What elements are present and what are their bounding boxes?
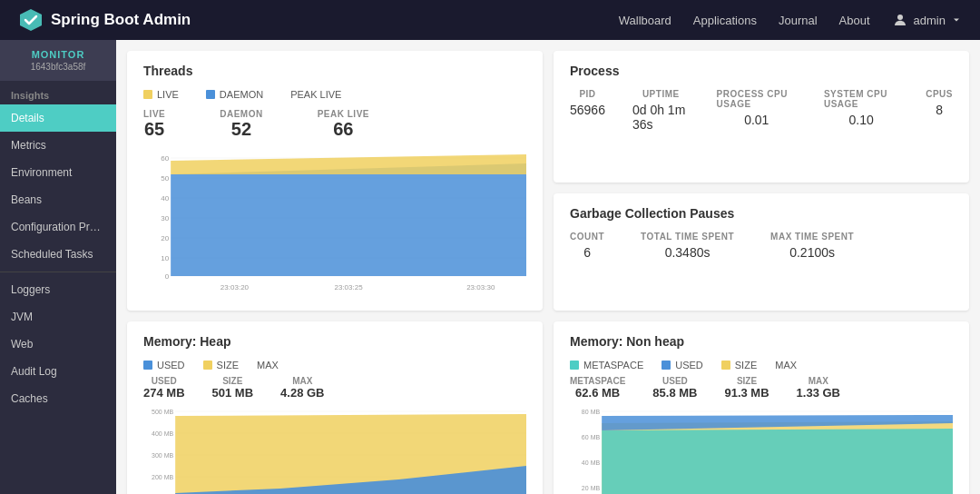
nonheap-used-legend: USED — [662, 360, 703, 370]
gc-count-value: 6 — [583, 245, 591, 260]
nav-applications[interactable]: Applications — [693, 14, 757, 27]
threads-title: Threads — [143, 64, 526, 78]
svg-text:80 MB: 80 MB — [582, 409, 601, 415]
svg-marker-0 — [20, 9, 42, 31]
gc-title: Garbage Collection Pauses — [570, 206, 953, 221]
heap-size-label: SIZE — [222, 376, 242, 386]
sidebar-item-config-props[interactable]: Configuration Properties — [0, 213, 116, 241]
heap-used-legend-label: USED — [157, 360, 185, 370]
thread-peak-col: PEAK LIVE 66 — [318, 109, 369, 140]
thread-peak-label: PEAK LIVE — [318, 109, 369, 119]
svg-text:20: 20 — [161, 234, 169, 242]
svg-text:23:03:20: 23:03:20 — [220, 283, 250, 291]
gc-card: Garbage Collection Pauses COUNT 6 TOTAL … — [554, 193, 969, 311]
cpus-label: CPUS — [926, 89, 953, 99]
sidebar-divider — [0, 272, 116, 272]
gc-table: COUNT 6 TOTAL TIME SPENT 0.3480s MAX TIM… — [570, 232, 953, 260]
process-pid-col: PID 56966 — [570, 89, 605, 132]
process-title: Process — [570, 64, 953, 78]
thread-live-value: 65 — [144, 119, 164, 140]
sidebar-item-environment[interactable]: Environment — [0, 159, 116, 186]
svg-text:40 MB: 40 MB — [582, 459, 601, 466]
svg-text:500 MB: 500 MB — [152, 409, 174, 415]
memory-nonheap-values: METASPACE 62.6 MB USED 85.8 MB SIZE 91.3… — [570, 376, 953, 400]
process-cpus-col: CPUS 8 — [926, 89, 953, 132]
sidebar-item-caches[interactable]: Caches — [0, 385, 116, 412]
svg-text:40: 40 — [161, 194, 169, 203]
sidebar-item-beans[interactable]: Beans — [0, 186, 116, 213]
heap-used-dot — [143, 361, 152, 370]
heap-max-legend: MAX — [257, 360, 279, 370]
thread-peak-value: 66 — [333, 119, 353, 140]
nonheap-size-legend-label: SIZE — [735, 360, 757, 370]
heap-chart: 500 MB 400 MB 300 MB 200 MB 100 MB 0 B 2… — [143, 407, 526, 494]
svg-text:200 MB: 200 MB — [152, 474, 174, 480]
heap-used-col: USED 274 MB — [143, 376, 185, 400]
svg-text:60 MB: 60 MB — [582, 434, 601, 440]
main-layout: MONITOR 1643bfc3a58f Insights Details Me… — [0, 40, 980, 494]
daemon-legend-label: DAEMON — [220, 89, 263, 100]
svg-marker-17 — [171, 154, 526, 174]
gc-total-value: 0.3480s — [665, 245, 710, 260]
sys-cpu-value: 0.10 — [848, 113, 873, 127]
peak-live-legend-label: PEAK LIVE — [290, 89, 341, 100]
app-title: Spring Boot Admin — [51, 11, 191, 29]
heap-max-col: MAX 4.28 GB — [280, 376, 324, 400]
nonheap-max-value: 1.33 GB — [797, 386, 840, 400]
threads-card: Threads LIVE DAEMON PEAK LIVE LIVE 65 — [127, 51, 543, 311]
nonheap-metaspace-value: 62.6 MB — [575, 386, 620, 400]
heap-size-dot — [203, 361, 212, 370]
uptime-value: 0d 0h 1m 36s — [632, 103, 690, 132]
live-legend-label: LIVE — [157, 89, 179, 100]
header: Spring Boot Admin Wallboard Applications… — [0, 0, 980, 40]
chevron-down-icon — [951, 15, 962, 25]
nonheap-max-legend-label: MAX — [775, 360, 797, 370]
process-sys-cpu-col: SYSTEM CPU USAGE 0.10 — [824, 89, 898, 132]
heap-max-label: MAX — [292, 376, 312, 386]
heap-used-value: 274 MB — [143, 386, 185, 400]
thread-daemon-col: DAEMON 52 — [220, 109, 262, 140]
nonheap-metaspace-dot — [570, 361, 579, 370]
threads-chart-wrapper: 60 50 40 30 20 10 0 23:03:20 23:03:25 23… — [143, 149, 526, 298]
heap-chart-wrapper: 500 MB 400 MB 300 MB 200 MB 100 MB 0 B 2… — [143, 407, 526, 494]
sidebar-item-metrics[interactable]: Metrics — [0, 132, 116, 159]
legend-live: LIVE — [143, 89, 179, 100]
sidebar-item-details[interactable]: Details — [0, 104, 116, 132]
nonheap-size-value: 91.3 MB — [724, 386, 769, 400]
sidebar-item-web[interactable]: Web — [0, 331, 116, 358]
memory-nonheap-legend: METASPACE USED SIZE MAX — [570, 360, 953, 370]
user-menu[interactable]: admin — [892, 12, 962, 28]
svg-text:20 MB: 20 MB — [582, 485, 601, 491]
sidebar-item-scheduled-tasks[interactable]: Scheduled Tasks — [0, 241, 116, 268]
sidebar-item-jvm[interactable]: JVM — [0, 303, 116, 331]
sidebar-item-loggers[interactable]: Loggers — [0, 276, 116, 303]
heap-used-legend: USED — [143, 360, 185, 370]
svg-text:30: 30 — [161, 214, 169, 222]
gc-count-label: COUNT — [570, 232, 604, 242]
svg-marker-49 — [602, 429, 953, 494]
process-table: PID 56966 UPTIME 0d 0h 1m 36s PROCESS CP… — [570, 89, 953, 132]
legend-peak-live: PEAK LIVE — [290, 89, 341, 100]
sidebar: MONITOR 1643bfc3a58f Insights Details Me… — [0, 40, 116, 494]
nonheap-max-col: MAX 1.33 GB — [797, 376, 840, 400]
gc-count-col: COUNT 6 — [570, 232, 604, 260]
heap-used-label: USED — [152, 376, 177, 386]
svg-text:60: 60 — [161, 154, 169, 163]
nonheap-metaspace-label: METASPACE — [570, 376, 625, 386]
uptime-label: UPTIME — [642, 89, 680, 99]
svg-text:23:03:30: 23:03:30 — [466, 283, 495, 291]
nonheap-used-legend-label: USED — [675, 360, 703, 370]
memory-heap-card: Memory: Heap USED SIZE MAX USED 274 MB — [127, 321, 543, 494]
svg-point-1 — [897, 15, 903, 20]
sidebar-item-audit-log[interactable]: Audit Log — [0, 358, 116, 385]
username-label: admin — [914, 14, 946, 27]
nav-journal[interactable]: Journal — [779, 14, 818, 27]
pid-value: 56966 — [570, 103, 605, 117]
svg-text:10: 10 — [161, 254, 169, 262]
nav-about[interactable]: About — [839, 14, 870, 27]
nav-wallboard[interactable]: Wallboard — [619, 14, 671, 27]
nonheap-chart-wrapper: 80 MB 60 MB 40 MB 20 MB 0 B 23:03:20 23:… — [570, 407, 953, 494]
svg-text:23:03:25: 23:03:25 — [334, 283, 363, 291]
gc-max-value: 0.2100s — [789, 245, 835, 260]
nonheap-size-col: SIZE 91.3 MB — [724, 376, 769, 400]
